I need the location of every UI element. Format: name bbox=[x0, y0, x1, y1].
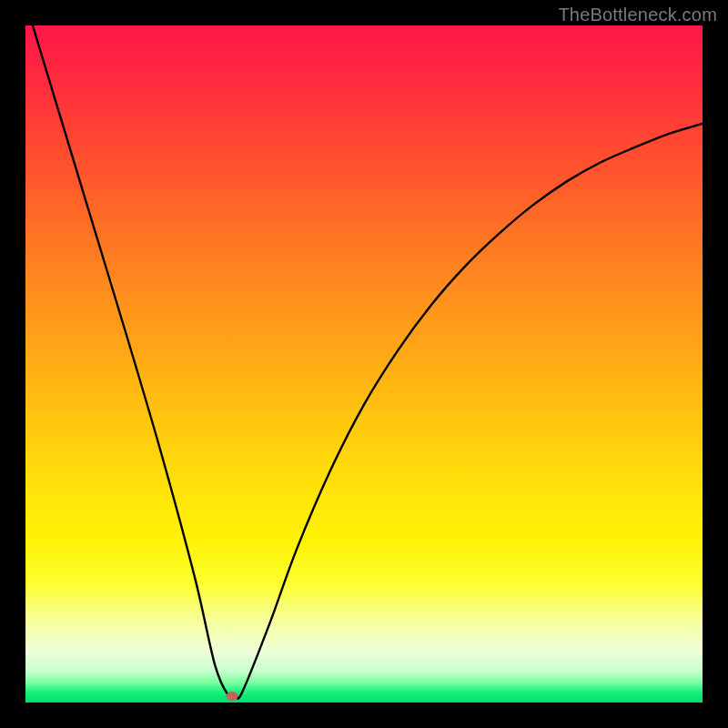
curve-svg bbox=[25, 25, 703, 703]
min-marker-icon bbox=[226, 692, 238, 701]
chart-frame: TheBottleneck.com bbox=[0, 0, 728, 728]
watermark-label: TheBottleneck.com bbox=[558, 5, 717, 25]
bottleneck-curve bbox=[25, 2, 703, 699]
plot-area bbox=[25, 25, 703, 703]
